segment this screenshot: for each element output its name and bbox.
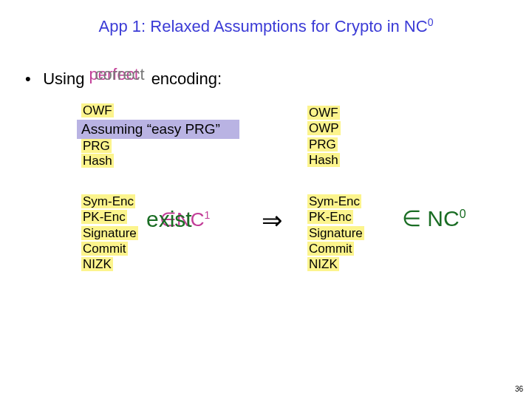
tr-l3: PRG — [307, 137, 338, 151]
top-right-block: OWF OWP PRG Hash — [307, 105, 341, 168]
br-l3: Signature — [307, 226, 364, 240]
exist-overlay: ∈NC1 exist — [160, 208, 241, 238]
bl-l2: PK-Enc — [81, 210, 127, 224]
br-l1: Sym-Enc — [307, 194, 361, 208]
slide-title: App 1: Relaxed Assumptions for Crypto in… — [0, 16, 532, 36]
title-text: App 1: Relaxed Assumptions for Crypto in… — [99, 17, 428, 35]
bl-l5: NIZK — [81, 257, 113, 271]
bl-l3: Signature — [81, 226, 138, 240]
title-sup: 0 — [428, 16, 434, 28]
bottom-left-block: Sym-Enc PK-Enc Signature Commit NIZK — [81, 194, 138, 272]
br-l2: PK-Enc — [307, 210, 353, 224]
tr-l1: OWF — [307, 106, 340, 120]
br-l5: NIZK — [307, 257, 339, 271]
bullet-dot: • — [25, 69, 38, 89]
word-correct: correct — [95, 65, 145, 84]
bl-l4: Commit — [81, 242, 128, 256]
exist-text: exist — [146, 207, 192, 232]
prg-label: PRG — [81, 139, 112, 153]
in-nc1-sup: 1 — [205, 209, 211, 221]
in-nc0-sup: 0 — [460, 208, 466, 220]
tr-l4: Hash — [307, 153, 340, 167]
page-number: 36 — [515, 385, 523, 393]
tr-l2: OWP — [307, 121, 341, 135]
owf-label: OWF — [81, 103, 114, 117]
bullet-line: • Using perfect correct encoding: — [25, 65, 222, 89]
in-nc0-text: ∈ NC — [402, 206, 460, 231]
assuming-banner: Assuming “easy PRG” — [77, 120, 239, 139]
bl-l1: Sym-Enc — [81, 194, 135, 208]
slide: App 1: Relaxed Assumptions for Crypto in… — [0, 0, 532, 399]
bullet-encoding: encoding: — [151, 69, 222, 88]
hash-label: Hash — [81, 154, 114, 168]
top-left-block: OWF Assuming “easy PRG” PRG Hash — [81, 103, 238, 118]
implies-arrow: ⇒ — [262, 205, 282, 235]
encoding-word-overlay: perfect correct — [89, 65, 147, 84]
bottom-right-block: Sym-Enc PK-Enc Signature Commit NIZK — [307, 194, 364, 272]
bullet-using: Using — [43, 69, 84, 88]
br-l4: Commit — [307, 242, 354, 256]
in-nc0: ∈ NC0 — [402, 205, 466, 231]
